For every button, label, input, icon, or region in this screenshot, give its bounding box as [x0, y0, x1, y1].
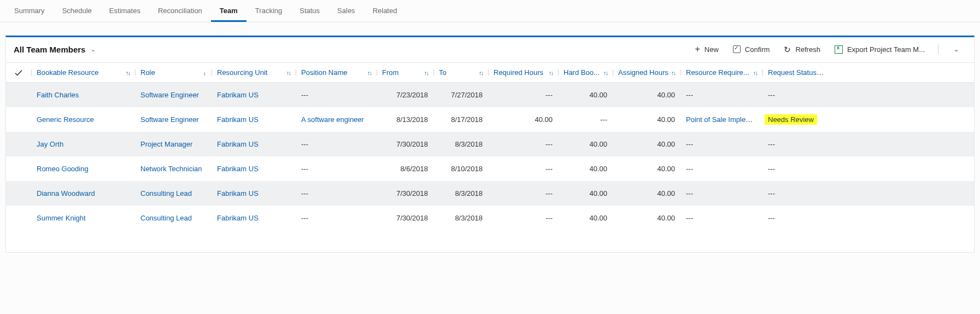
cell-position-name: --- [296, 210, 377, 226]
sort-icon: ↑↓ [669, 69, 675, 76]
column-header-hard-booked[interactable]: Hard Boo... ↑↓ [558, 64, 613, 81]
table-row[interactable]: Faith CharlesSoftware EngineerFabrikam U… [6, 83, 974, 107]
tab-reconciliation[interactable]: Reconciliation [149, 0, 211, 22]
cell-bookable-resource[interactable]: Faith Charles [31, 86, 135, 103]
row-selector[interactable] [6, 164, 31, 173]
cell-role[interactable]: Software Engineer [135, 111, 212, 128]
cell-hard-booked: --- [558, 111, 613, 128]
column-header-required-hours[interactable]: Required Hours ↑↓ [488, 64, 558, 81]
column-header-request-status[interactable]: Request Status (... [762, 64, 829, 81]
cell-required-hours: --- [488, 160, 558, 177]
export-button[interactable]: Export Project Team M... [834, 43, 926, 56]
column-header-resource-requirement[interactable]: Resource Require... ↑↓ [680, 64, 762, 81]
cell-role[interactable]: Project Manager [135, 136, 212, 153]
confirm-button[interactable]: Confirm [732, 43, 771, 56]
cell-to: 8/10/2018 [433, 160, 488, 177]
confirm-icon [733, 45, 741, 53]
column-label: Resource Require... [686, 68, 749, 77]
row-selector[interactable] [6, 115, 31, 124]
row-selector[interactable] [6, 139, 31, 148]
refresh-icon [784, 45, 791, 54]
cell-to: 8/3/2018 [433, 136, 488, 153]
sort-down-icon: ↓ [201, 69, 207, 76]
sort-icon: ↑↓ [477, 69, 483, 76]
cell-assigned-hours: 40.00 [613, 136, 680, 153]
column-label: Role [140, 68, 155, 77]
table-row[interactable]: Romeo GoodingNetwork TechnicianFabrikam … [6, 156, 974, 181]
cell-role[interactable]: Network Technician [135, 160, 212, 177]
cell-resourcing-unit[interactable]: Fabrikam US [212, 185, 296, 202]
cell-resourcing-unit[interactable]: Fabrikam US [212, 136, 296, 153]
cell-from: 8/13/2018 [377, 111, 433, 128]
cell-position-name: A software engineer [296, 111, 377, 128]
table-row[interactable]: Summer KnightConsulting LeadFabrikam US-… [6, 206, 974, 230]
cell-position-name: --- [296, 136, 377, 153]
column-header-position-name[interactable]: Position Name ↑↓ [296, 64, 377, 81]
cell-hard-booked: 40.00 [558, 160, 613, 177]
cell-hard-booked: 40.00 [558, 210, 613, 226]
cell-resourcing-unit[interactable]: Fabrikam US [212, 160, 296, 177]
team-grid: Bookable Resource ↑↓ Role ↓ Resourcing U… [6, 62, 974, 230]
column-label: Bookable Resource [37, 68, 98, 77]
chevron-down-icon: ⌄ [954, 46, 959, 53]
tab-estimates[interactable]: Estimates [101, 0, 149, 22]
tab-team[interactable]: Team [211, 0, 247, 22]
cell-bookable-resource[interactable]: Summer Knight [31, 210, 135, 226]
cell-resourcing-unit[interactable]: Fabrikam US [212, 210, 296, 226]
column-header-resourcing-unit[interactable]: Resourcing Unit ↑↓ [212, 64, 296, 81]
cell-bookable-resource[interactable]: Jay Orth [31, 136, 135, 153]
cell-position-name: --- [296, 86, 377, 103]
cell-from: 7/30/2018 [377, 210, 433, 226]
cell-request-status: --- [762, 136, 829, 153]
cell-resource-requirement: --- [680, 86, 762, 103]
cell-from: 7/30/2018 [377, 136, 433, 153]
cell-role[interactable]: Software Engineer [135, 86, 212, 103]
cell-assigned-hours: 40.00 [613, 185, 680, 202]
select-all-header[interactable] [6, 63, 31, 82]
row-selector[interactable] [6, 189, 31, 197]
column-header-bookable-resource[interactable]: Bookable Resource ↑↓ [31, 64, 135, 81]
table-row[interactable]: Dianna WoodwardConsulting LeadFabrikam U… [6, 181, 974, 206]
sort-icon: ↑↓ [601, 69, 607, 76]
tab-related[interactable]: Related [364, 0, 406, 22]
cell-position-name: --- [296, 160, 377, 177]
cell-resource-requirement[interactable]: Point of Sale Impleme... [680, 111, 762, 128]
new-button[interactable]: New [694, 43, 720, 56]
column-header-to[interactable]: To ↑↓ [433, 64, 488, 81]
grid-header-row: Bookable Resource ↑↓ Role ↓ Resourcing U… [6, 63, 974, 83]
cell-from: 8/6/2018 [377, 160, 433, 177]
cell-resourcing-unit[interactable]: Fabrikam US [212, 111, 296, 128]
cell-bookable-resource[interactable]: Dianna Woodward [31, 185, 135, 202]
view-title[interactable]: All Team Members [14, 45, 85, 54]
sort-icon: ↑↓ [422, 69, 428, 76]
cell-hard-booked: 40.00 [558, 185, 613, 202]
refresh-button[interactable]: Refresh [783, 43, 821, 56]
tab-summary[interactable]: Summary [5, 0, 54, 22]
sort-icon: ↑↓ [365, 69, 371, 76]
cell-bookable-resource[interactable]: Generic Resource [31, 111, 135, 128]
column-header-role[interactable]: Role ↓ [135, 64, 212, 81]
cell-bookable-resource[interactable]: Romeo Gooding [31, 160, 135, 177]
table-row[interactable]: Generic ResourceSoftware EngineerFabrika… [6, 107, 974, 132]
column-label: To [439, 68, 447, 77]
tab-schedule[interactable]: Schedule [54, 0, 101, 22]
cell-required-hours: --- [488, 86, 558, 103]
cell-resourcing-unit[interactable]: Fabrikam US [212, 86, 296, 103]
table-row[interactable]: Jay OrthProject ManagerFabrikam US---7/3… [6, 132, 974, 156]
cell-position-name: --- [296, 185, 377, 202]
tab-tracking[interactable]: Tracking [247, 0, 291, 22]
row-selector[interactable] [6, 213, 31, 222]
column-header-assigned-hours[interactable]: Assigned Hours ↑↓ [613, 64, 680, 81]
column-header-from[interactable]: From ↑↓ [377, 64, 433, 81]
cell-role[interactable]: Consulting Lead [135, 210, 212, 226]
team-panel: All Team Members ⌄ New Confirm Refresh E… [5, 36, 975, 253]
tab-status[interactable]: Status [291, 0, 328, 22]
chevron-down-icon[interactable]: ⌄ [91, 46, 96, 53]
toolbar: New Confirm Refresh Export Project Team … [694, 43, 967, 56]
tab-sales[interactable]: Sales [328, 0, 364, 22]
confirm-button-label: Confirm [745, 45, 770, 54]
row-selector[interactable] [6, 90, 31, 99]
cell-role[interactable]: Consulting Lead [135, 185, 212, 202]
toolbar-more-button[interactable]: ⌄ [950, 44, 962, 55]
panel-header: All Team Members ⌄ New Confirm Refresh E… [6, 37, 974, 59]
